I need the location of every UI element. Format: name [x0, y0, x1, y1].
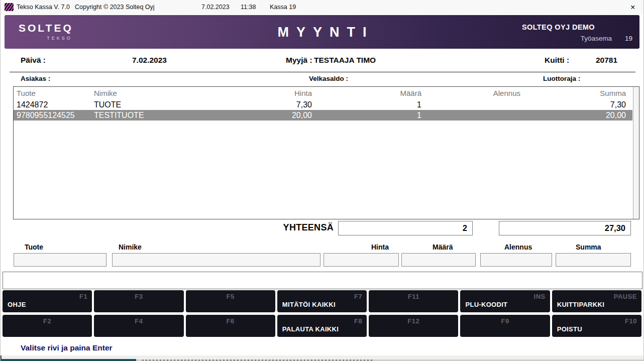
fkey-key-label: F1: [79, 293, 87, 300]
cell-summa: 7,30: [520, 100, 626, 109]
fkey-f9[interactable]: F9: [460, 315, 550, 337]
entry-label-nimike: Nimike: [119, 243, 142, 251]
fkey-label: KUITTIPARKKI: [557, 301, 604, 308]
fkey-f3[interactable]: F3: [94, 290, 183, 312]
sale-lines-table: Tuote Nimike Hinta Määrä Alennus Summa 1…: [13, 86, 639, 219]
table-scrollbar[interactable]: [633, 87, 639, 219]
col-header-hinta: Hinta: [214, 89, 312, 97]
fkey-palauta-kaikki-f8[interactable]: F8 PALAUTA KAIKKI: [277, 315, 367, 337]
workstation-info: Työasema19: [581, 35, 632, 42]
fkey-key-label: F6: [186, 317, 275, 325]
maara-input[interactable]: [401, 253, 476, 267]
fkey-label: MITÄTÖI KAIKKI: [282, 301, 336, 308]
col-header-maara: Määrä: [312, 89, 421, 97]
statusbar: Valitse rivi ja paina Enter: [1, 337, 643, 355]
summa-input[interactable]: [556, 253, 631, 267]
fkey-ohje-f1[interactable]: F1 OHJE: [3, 290, 92, 312]
fkey-poistu-f10[interactable]: F10 POISTU: [552, 315, 641, 337]
tuote-input[interactable]: [14, 253, 106, 267]
cell-nimike: TUOTE: [94, 100, 214, 109]
fkey-key-label: F2: [3, 317, 92, 325]
fkey-key-label: F10: [625, 317, 637, 325]
total-label: YHTEENSÄ: [201, 222, 334, 233]
command-input[interactable]: [3, 272, 642, 289]
titlebar-date: 7.02.2023: [201, 4, 230, 11]
close-icon[interactable]: ✕: [630, 4, 635, 11]
cell-maara: 1: [312, 100, 421, 109]
app-window: Tekso Kassa V. 7.0 Copyright © 2023 Solt…: [0, 0, 644, 361]
function-key-row-1: F1 OHJE F3 F5 F7 MITÄTÖI KAIKKI F11 INS …: [3, 290, 641, 312]
receipt-number: 20781: [596, 56, 617, 65]
seller-value: TESTAAJA TIMO: [314, 56, 376, 65]
entry-label-alennus: Alennus: [504, 243, 532, 251]
cell-tuote: 1424872: [14, 100, 94, 109]
cell-hinta: 7,30: [214, 100, 312, 109]
col-header-tuote: Tuote: [14, 89, 94, 97]
titlebar-time: 11:38: [241, 4, 256, 11]
background-window-border: [1, 359, 136, 361]
fkey-f12[interactable]: F12: [369, 315, 458, 337]
fkey-key-label: PAUSE: [614, 293, 637, 300]
cell-summa: 20,00: [520, 111, 626, 120]
fkey-key-label: F9: [460, 317, 550, 325]
col-header-summa: Summa: [520, 89, 626, 97]
fkey-f4[interactable]: F4: [94, 315, 183, 337]
fkey-f5[interactable]: F5: [186, 290, 275, 312]
col-header-alennus: Alennus: [421, 89, 520, 97]
fkey-key-label: F11: [369, 293, 458, 300]
debt-label: Velkasaldo :: [309, 75, 348, 82]
total-quantity-field: 2: [338, 221, 473, 235]
app-title: Tekso Kassa V. 7.0: [17, 4, 70, 11]
entry-label-maara: Määrä: [433, 243, 453, 251]
background-window-edge: [1, 355, 643, 361]
fkey-f2[interactable]: F2: [3, 315, 92, 337]
fkey-label: PALAUTA KAIKKI: [282, 325, 339, 333]
fkey-mitatoi-kaikki-f7[interactable]: F7 MITÄTÖI KAIKKI: [277, 290, 367, 312]
fkey-label: OHJE: [8, 301, 26, 308]
fkey-key-label: F3: [94, 293, 183, 300]
fkey-kuittiparkki-pause[interactable]: PAUSE KUITTIPARKKI: [552, 290, 641, 312]
fkey-key-label: F12: [369, 317, 458, 325]
fkey-key-label: F4: [94, 317, 183, 325]
col-header-nimike: Nimike: [94, 89, 214, 97]
receipt-label: Kuitti :: [545, 56, 569, 65]
copyright-text: Copyright © 2023 Solteq Oyj: [75, 4, 155, 11]
workstation-label: Työasema: [581, 35, 612, 42]
total-sum-field: 27,30: [499, 221, 631, 235]
function-key-row-2: F2 F4 F6 F8 PALAUTA KAIKKI F12 F9 F10 PO…: [3, 315, 641, 337]
table-row-selected[interactable]: 9780955124525 TESTITUOTE 20,00 1 20,00: [14, 110, 632, 121]
company-name: SOLTEQ OYJ DEMO: [522, 23, 595, 31]
register-number: Kassa 19: [270, 4, 296, 11]
credit-label: Luottoraja :: [543, 75, 580, 82]
customer-label: Asiakas :: [21, 75, 50, 82]
background-window-border-left: [1, 355, 2, 361]
table-header-row: Tuote Nimike Hinta Määrä Alennus Summa: [14, 87, 632, 99]
entry-label-summa: Summa: [576, 243, 601, 251]
table-row[interactable]: 1424872 TUOTE 7,30 1 7,30: [14, 99, 632, 110]
seller-label: Myyjä :: [286, 56, 312, 65]
fkey-key-label: F7: [354, 293, 362, 300]
cell-nimike: TESTITUOTE: [94, 111, 214, 120]
fkey-key-label: F8: [354, 317, 362, 325]
titlebar: Tekso Kassa V. 7.0 Copyright © 2023 Solt…: [1, 0, 643, 15]
cell-hinta: 20,00: [214, 111, 312, 120]
status-message: Valitse rivi ja paina Enter: [21, 343, 113, 352]
nimike-input[interactable]: [112, 253, 320, 267]
date-label: Päivä :: [21, 56, 46, 65]
fkey-label: PLU-KOODIT: [465, 301, 507, 308]
fkey-key-label: F5: [186, 293, 275, 300]
cell-maara: 1: [312, 111, 421, 120]
entry-label-hinta: Hinta: [371, 243, 389, 251]
date-value: 7.02.2023: [132, 56, 167, 65]
hinta-input[interactable]: [324, 253, 399, 267]
fkey-label: POISTU: [557, 325, 582, 333]
fkey-plu-koodit-ins[interactable]: INS PLU-KOODIT: [460, 290, 550, 312]
divider-line: [10, 72, 635, 72]
cell-tuote: 9780955124525: [14, 111, 94, 120]
fkey-f6[interactable]: F6: [186, 315, 275, 337]
entry-label-tuote: Tuote: [25, 243, 43, 251]
workstation-number: 19: [625, 35, 632, 42]
alennus-input[interactable]: [480, 253, 552, 267]
header-banner: SOLTEQ TEKSO MYYNTI SOLTEQ OYJ DEMO Työa…: [5, 15, 639, 49]
fkey-f11[interactable]: F11: [369, 290, 458, 312]
